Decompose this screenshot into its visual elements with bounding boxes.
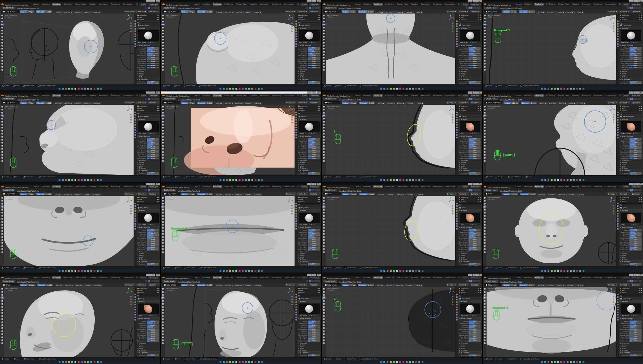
taskbar-app-icon[interactable] <box>583 88 584 90</box>
viewlayer-selector[interactable]: ViewLayer <box>309 185 320 188</box>
taskbar-app-icon[interactable] <box>573 361 575 363</box>
properties-tab-icon[interactable] <box>456 30 458 32</box>
header-menu-texture-[interactable]: Texture ▾ <box>384 11 395 14</box>
viewlayer-selector[interactable]: ViewLayer <box>148 185 159 188</box>
slider-strength[interactable]: 0.521 <box>308 51 320 52</box>
cursor-checkbox[interactable] <box>300 167 301 169</box>
select-refine-method[interactable]: Subdivide Collapse <box>629 174 642 175</box>
render-icon[interactable] <box>319 15 320 16</box>
viewport-3d[interactable]: User Perspective (1) Sphere <box>326 196 456 266</box>
sculpt-brush-button[interactable] <box>323 321 325 323</box>
slider-resolution[interactable]: 12.00 <box>629 263 642 265</box>
slider-normal-radius[interactable]: 0.339 <box>147 55 159 56</box>
toggle-radius-unit[interactable]: ViewScene <box>308 140 320 142</box>
toggle-perspective-icon[interactable] <box>130 30 132 32</box>
slider-radius[interactable]: 77 px <box>147 138 159 140</box>
sculpt-brush-button[interactable] <box>1 327 3 329</box>
workspace-tab-rendering[interactable]: Rendering <box>593 94 603 97</box>
sculpt-brush-button[interactable] <box>323 29 325 32</box>
dyntopo-header[interactable]: ▾Dyntopo <box>298 169 321 172</box>
dyntopo-checkbox[interactable] <box>622 261 623 262</box>
properties-tab-icon[interactable] <box>134 220 136 222</box>
workspace-tab-animation[interactable]: Animation <box>98 3 109 6</box>
sculpt-brush-button[interactable] <box>1 145 3 147</box>
taskbar-app-icon[interactable] <box>387 361 388 363</box>
sculpt-brush-button[interactable] <box>484 324 486 326</box>
move-view-icon[interactable] <box>291 116 293 118</box>
section-cursor[interactable]: ▸Cursor <box>459 167 481 169</box>
taskbar-app-icon[interactable] <box>220 179 221 181</box>
header-menu-remesh-[interactable]: Remesh ▾ <box>458 283 469 286</box>
sculpt-brush-button[interactable] <box>1 309 3 311</box>
sculpt-brush-button[interactable] <box>162 242 164 244</box>
scene-selector[interactable]: Scene <box>139 185 147 188</box>
sculpt-brush-button[interactable] <box>323 297 325 299</box>
taskbar-app-icon[interactable] <box>387 88 388 90</box>
slider-topology-rake[interactable]: 0.000 <box>308 334 320 336</box>
taskbar-app-icon[interactable] <box>235 179 237 181</box>
dyntopo-checkbox[interactable] <box>139 79 140 80</box>
workspace-tab-texture-paint[interactable]: Texture Paint <box>235 3 248 6</box>
taskbar-app-icon[interactable] <box>248 361 250 363</box>
render-icon[interactable] <box>641 15 642 16</box>
workspace-tab-modeling[interactable]: Modeling <box>523 94 533 97</box>
properties-tab-icon[interactable] <box>456 215 458 217</box>
taskbar-app-icon[interactable] <box>242 361 244 363</box>
shading-toggle-icon[interactable] <box>309 98 311 100</box>
select-refine-method[interactable]: Subdivide Collapse <box>629 265 642 266</box>
slider-topology-rake[interactable]: 0.000 <box>147 334 159 336</box>
toggle-icon[interactable] <box>314 189 317 191</box>
taskbar-app-icon[interactable] <box>548 270 549 272</box>
header-menu-brush-[interactable]: Brush ▾ <box>536 284 545 287</box>
outliner-item-scene[interactable]: Scene <box>137 109 159 112</box>
slider-strength[interactable]: 0.521 <box>469 324 481 326</box>
taskbar-app-icon[interactable] <box>380 179 382 181</box>
render-icon[interactable] <box>641 19 642 20</box>
toggle-icon[interactable] <box>312 7 314 9</box>
properties-tab-icon[interactable] <box>456 304 458 305</box>
header-menu-brush-[interactable]: Brush ▾ <box>215 284 224 287</box>
camera-view-icon[interactable] <box>130 119 132 121</box>
section-falloff[interactable]: ▸Falloff <box>459 165 481 167</box>
slider-tip-roundness[interactable]: 0.180 <box>629 340 642 342</box>
sculpt-brush-button[interactable] <box>1 248 3 250</box>
toggle-icon[interactable] <box>156 280 159 282</box>
toggle-direction[interactable]: AddSubtract <box>147 235 159 237</box>
slider-plane-trim[interactable]: 0.500 <box>469 247 481 249</box>
render-icon[interactable] <box>319 201 320 202</box>
toggle-radius-unit[interactable]: ViewScene <box>147 49 159 51</box>
toggle-icon[interactable] <box>151 189 153 191</box>
taskbar-app-icon[interactable] <box>84 88 86 90</box>
properties-tab-icon[interactable] <box>134 205 136 207</box>
properties-tab-icon[interactable] <box>134 203 136 204</box>
sculpt-brush-button[interactable] <box>1 160 3 162</box>
sculpt-brush-button[interactable] <box>162 203 164 205</box>
sculpt-brush-button[interactable] <box>484 36 486 38</box>
move-view-icon[interactable] <box>452 208 453 209</box>
navigation-gizmo-icon[interactable] <box>287 106 294 112</box>
header-menu-dyntopo-[interactable]: Dyntopo ▾ <box>446 192 457 195</box>
windows-taskbar[interactable] <box>161 178 321 182</box>
section-falloff[interactable]: ▸Falloff <box>138 256 159 258</box>
header-menu-falloff-[interactable]: Falloff ▾ <box>405 194 415 196</box>
header-menu-cursor-[interactable]: Cursor ▾ <box>253 194 263 196</box>
sculpt-brush-button[interactable] <box>1 336 3 339</box>
taskbar-app-icon[interactable] <box>258 270 260 272</box>
sculpt-brush-button[interactable] <box>162 121 164 123</box>
properties-tab-icon[interactable] <box>456 205 458 207</box>
sculpt-brush-button[interactable] <box>323 133 325 135</box>
taskbar-app-icon[interactable] <box>403 179 404 181</box>
close-button[interactable]: ✕ <box>317 274 321 276</box>
header-menu-dyntopo-[interactable]: Dyntopo ▾ <box>607 101 618 104</box>
taskbar-app-icon[interactable] <box>255 361 256 363</box>
sculpt-brush-button[interactable] <box>1 14 3 17</box>
hide-icon[interactable] <box>639 199 640 200</box>
close-button[interactable]: ✕ <box>638 91 643 94</box>
taskbar-app-icon[interactable] <box>223 88 225 90</box>
strength-slider[interactable]: Strength0.480 <box>37 283 54 286</box>
shading-toggle-icon[interactable] <box>309 7 311 9</box>
render-icon[interactable] <box>158 197 159 198</box>
zoom-icon[interactable] <box>613 296 614 297</box>
taskbar-app-icon[interactable] <box>554 88 556 90</box>
sculpt-brush-button[interactable] <box>162 54 164 56</box>
